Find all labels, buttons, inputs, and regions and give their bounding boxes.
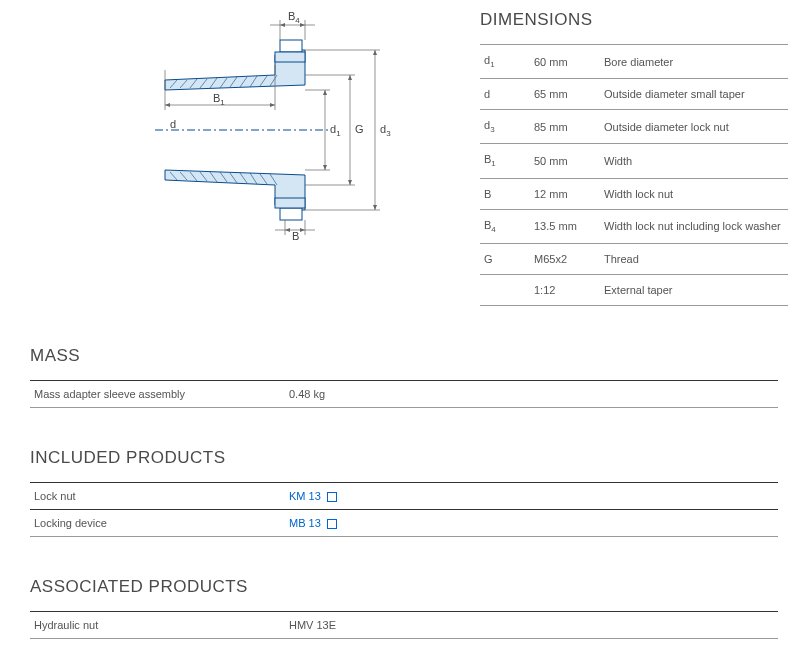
mass-label: Mass adapter sleeve assembly xyxy=(30,380,285,407)
dimension-description: Outside diameter lock nut xyxy=(600,110,788,144)
dimension-row: B150 mmWidth xyxy=(480,144,788,178)
dimension-description: External taper xyxy=(600,274,788,305)
svg-marker-50 xyxy=(348,180,352,185)
dimension-row: d160 mmBore diameter xyxy=(480,45,788,79)
dimension-description: Width lock nut including lock washer xyxy=(600,209,788,243)
mass-row: Mass adapter sleeve assembly0.48 kg xyxy=(30,380,778,407)
dimension-row: B12 mmWidth lock nut xyxy=(480,178,788,209)
dimension-value: 60 mm xyxy=(530,45,600,79)
external-link-icon xyxy=(327,519,337,529)
dimension-symbol: d xyxy=(480,79,530,110)
svg-text:B4: B4 xyxy=(288,10,300,25)
svg-text:B: B xyxy=(292,230,299,240)
dimension-description: Width xyxy=(600,144,788,178)
dimension-row: d385 mmOutside diameter lock nut xyxy=(480,110,788,144)
dimension-symbol xyxy=(480,274,530,305)
dimension-row: 1:12External taper xyxy=(480,274,788,305)
svg-marker-33 xyxy=(300,23,305,27)
svg-marker-38 xyxy=(165,103,170,107)
dimension-description: Thread xyxy=(600,243,788,274)
svg-text:d: d xyxy=(170,118,176,130)
product-link[interactable]: MB 13 xyxy=(289,517,321,529)
svg-text:d1: d1 xyxy=(330,123,341,138)
mass-table: Mass adapter sleeve assembly0.48 kg xyxy=(30,380,778,408)
svg-rect-3 xyxy=(275,52,305,62)
dimension-symbol: B4 xyxy=(480,209,530,243)
associated-label: Hydraulic nut xyxy=(30,611,285,638)
dimension-symbol: d3 xyxy=(480,110,530,144)
included-table: Lock nutKM 13 Locking deviceMB 13 xyxy=(30,482,778,537)
dimension-symbol: G xyxy=(480,243,530,274)
included-row: Lock nutKM 13 xyxy=(30,482,778,509)
svg-marker-63 xyxy=(285,228,290,232)
technical-diagram: B4 B1 d d1 xyxy=(85,10,395,306)
dimension-value: 50 mm xyxy=(530,144,600,178)
svg-marker-55 xyxy=(373,50,377,55)
dimensions-table: d160 mmBore diameterd65 mmOutside diamet… xyxy=(480,44,788,306)
dimension-value: 85 mm xyxy=(530,110,600,144)
mass-heading: MASS xyxy=(30,346,778,366)
external-link-icon xyxy=(327,492,337,502)
associated-row: Hydraulic nutHMV 13E xyxy=(30,611,778,638)
included-label: Lock nut xyxy=(30,482,285,509)
svg-marker-43 xyxy=(323,90,327,95)
included-label: Locking device xyxy=(30,509,285,536)
associated-table: Hydraulic nutHMV 13E xyxy=(30,611,778,639)
dimension-description: Bore diameter xyxy=(600,45,788,79)
associated-value: HMV 13E xyxy=(285,611,778,638)
dimension-row: B413.5 mmWidth lock nut including lock w… xyxy=(480,209,788,243)
svg-marker-64 xyxy=(300,228,305,232)
dimension-description: Width lock nut xyxy=(600,178,788,209)
dimension-row: GM65x2Thread xyxy=(480,243,788,274)
dimension-symbol: B xyxy=(480,178,530,209)
svg-marker-44 xyxy=(323,165,327,170)
dimensions-heading: DIMENSIONS xyxy=(480,10,788,30)
product-link[interactable]: KM 13 xyxy=(289,490,321,502)
dimension-value: 12 mm xyxy=(530,178,600,209)
svg-marker-56 xyxy=(373,205,377,210)
svg-rect-2 xyxy=(280,40,302,52)
svg-marker-39 xyxy=(270,103,275,107)
dimension-description: Outside diameter small taper xyxy=(600,79,788,110)
svg-rect-17 xyxy=(275,198,305,208)
included-row: Locking deviceMB 13 xyxy=(30,509,778,536)
svg-text:d3: d3 xyxy=(380,123,391,138)
mass-value: 0.48 kg xyxy=(285,380,778,407)
dimension-value: 1:12 xyxy=(530,274,600,305)
svg-text:G: G xyxy=(355,123,364,135)
dimension-value: 65 mm xyxy=(530,79,600,110)
svg-marker-32 xyxy=(280,23,285,27)
dimension-value: M65x2 xyxy=(530,243,600,274)
included-heading: INCLUDED PRODUCTS xyxy=(30,448,778,468)
dimension-value: 13.5 mm xyxy=(530,209,600,243)
svg-rect-16 xyxy=(280,208,302,220)
associated-heading: ASSOCIATED PRODUCTS xyxy=(30,577,778,597)
dimension-symbol: d1 xyxy=(480,45,530,79)
dimension-row: d65 mmOutside diameter small taper xyxy=(480,79,788,110)
svg-marker-49 xyxy=(348,75,352,80)
dimension-symbol: B1 xyxy=(480,144,530,178)
